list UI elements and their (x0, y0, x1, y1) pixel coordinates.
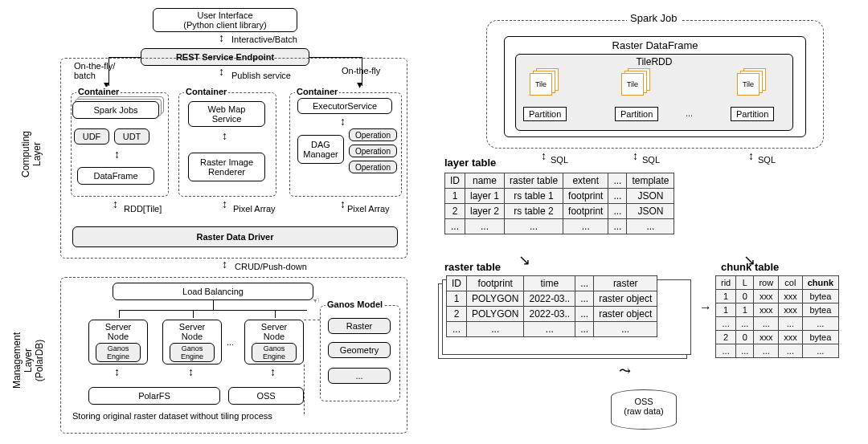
dataframe-box: DataFrame (77, 167, 154, 185)
lt-h-extent: extent (563, 173, 608, 189)
lt-h-rtable: raster table (505, 173, 563, 189)
label-pixel-array-1: Pixel Array (233, 204, 276, 214)
arrow-to-c3: ▾ (357, 79, 362, 90)
container-3-label: Container (295, 87, 339, 96)
arrow-n3-fs: ↕ (270, 366, 276, 377)
arrow-wms-rir: ↕ (222, 130, 227, 141)
hand-icon: ☜ (312, 295, 320, 306)
server-node-1: Server Node Ganos Engine (88, 320, 148, 365)
arrow-layer-raster: ↘ (518, 253, 530, 267)
ui-title-2: (Python client library) (183, 20, 266, 30)
spark-job-label: Spark Job (627, 12, 681, 24)
server-node-ellipsis: ... (227, 337, 234, 347)
arrow-c3-driver: ↕ (340, 198, 346, 210)
arrow-sql-2: ↕ (633, 150, 638, 161)
ganos-model-label: Ganos Model (326, 299, 384, 309)
raster-image-renderer-box: Raster Image Renderer (188, 153, 265, 181)
label-sql-1: SQL (551, 155, 568, 165)
arrow-c1-driver: ↕ (113, 198, 118, 210)
user-interface-box: User Interface (Python client library) (153, 8, 297, 32)
operation-box-3: Operation (349, 161, 397, 173)
oss-box: OSS (228, 387, 304, 405)
architecture-diagram-left: User Interface (Python client library) ↕… (16, 8, 418, 434)
udt-box: UDT (114, 128, 149, 145)
tile-icon: Tile (621, 73, 644, 96)
label-rdd-tile: RDD[Tile] (124, 204, 162, 214)
tile-icon: Tile (530, 73, 552, 96)
arrow-rest-down: ↕ (219, 66, 224, 77)
storing-note: Storing original raster dataset without … (72, 411, 272, 421)
arrow-driver-mgmt: ↕ (222, 259, 227, 270)
arrow-n1-fs: ↕ (114, 366, 120, 377)
raster-table: ID footprint time ... raster 1 POLYGON 2… (446, 275, 657, 337)
data-model-diagram-right: Spark Job Raster DataFrame TileRDD Tile … (438, 12, 860, 438)
ganos-ellipsis-box: ... (328, 368, 391, 384)
executor-service-box: ExecutorService (297, 98, 392, 114)
arrow-c2-driver: ↕ (222, 198, 227, 210)
oss-cylinder: OSS (raw data) (611, 389, 677, 430)
operation-box-2: Operation (349, 145, 397, 157)
arrow-exec-dag: ↕ (340, 116, 346, 127)
lt-h-id: ID (445, 173, 465, 189)
web-map-service-box: Web Map Service (188, 101, 265, 127)
lt-h-name: name (465, 173, 505, 189)
raster-data-driver-box: Raster Data Driver (72, 226, 398, 247)
label-publish-service: Publish service (231, 71, 291, 80)
layer-table: ID name raster table extent ... template… (444, 173, 674, 234)
server-node-3: Server Node Ganos Engine (244, 320, 304, 365)
arrow-sql-3: ↕ (748, 150, 754, 161)
chunk-table: rid L row col chunk 1 0 xxx xxx bytea 1 … (715, 275, 839, 358)
lt-h-template: template (627, 173, 674, 189)
container-1-label: Container (76, 87, 121, 96)
label-sql-3: SQL (758, 155, 776, 165)
ganos-engine-1: Ganos Engine (96, 343, 141, 362)
polarfs-box: PolarFS (88, 387, 220, 405)
partition-2: Partition (615, 107, 658, 121)
lt-h-ell: ... (608, 173, 627, 189)
label-pixel-array-2: Pixel Array (347, 204, 390, 214)
arrow-ui-rest: ↕ (219, 32, 224, 43)
label-sql-2: SQL (642, 155, 660, 165)
spark-jobs-box: Spark Jobs (72, 101, 159, 119)
server-node-2: Server Node Ganos Engine (162, 320, 222, 365)
operation-box-1: Operation (349, 128, 397, 141)
arrow-raster-oss: ⤳ (619, 364, 631, 378)
management-layer-label: Management Layer (PolarDB) (11, 332, 45, 389)
ui-title-1: User Interface (197, 10, 252, 20)
ganos-engine-3: Ganos Engine (252, 343, 297, 362)
dag-manager-box: DAG Manager (297, 135, 344, 164)
ganos-engine-2: Ganos Engine (170, 343, 215, 362)
chunk-table-title: chunk table (721, 261, 779, 273)
computing-layer-label: Computing Layer (20, 131, 43, 177)
ganos-raster-box: Raster (328, 318, 391, 334)
partition-1: Partition (523, 107, 567, 121)
arrow-udf-df: ↕ (114, 149, 120, 160)
ganos-geometry-box: Geometry (328, 342, 391, 358)
partition-3: Partition (731, 107, 774, 121)
load-balancing-box: Load Balancing (113, 283, 313, 300)
arrow-raster-chunk: → (699, 301, 712, 314)
raster-dataframe-label: Raster DataFrame (612, 39, 698, 51)
tile-rdd-label: TileRDD (637, 56, 673, 67)
arrow-sql-1: ↕ (541, 150, 547, 161)
label-interactive-batch: Interactive/Batch (231, 35, 297, 44)
udf-box: UDF (74, 128, 109, 145)
raster-table-title: raster table (444, 261, 501, 273)
container-2-label: Container (184, 87, 228, 96)
layer-table-title: layer table (444, 157, 496, 169)
arrow-n2-fs: ↕ (188, 366, 194, 377)
label-crud-pushdown: CRUD/Push-down (235, 262, 307, 271)
tile-icon: Tile (737, 73, 760, 96)
partition-ellipsis: ... (686, 108, 693, 118)
